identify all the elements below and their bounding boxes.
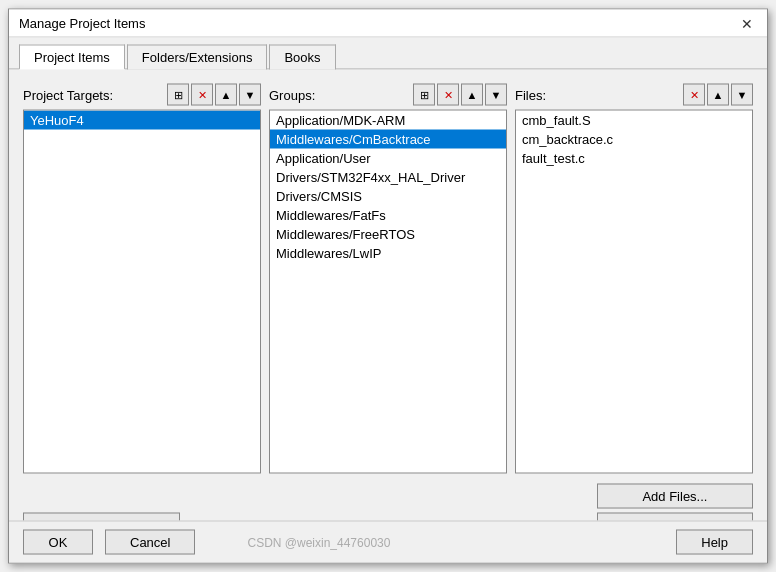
ok-button[interactable]: OK <box>23 530 93 555</box>
project-targets-header: Project Targets: ⊞ ✕ ▲ ▼ <box>23 84 261 106</box>
project-targets-new-btn[interactable]: ⊞ <box>167 84 189 106</box>
list-item[interactable]: Middlewares/LwIP <box>270 244 506 263</box>
down-icon: ▼ <box>491 89 502 101</box>
groups-list[interactable]: Application/MDK-ARM Middlewares/CmBacktr… <box>269 110 507 474</box>
dialog-title: Manage Project Items <box>19 16 145 31</box>
list-item[interactable]: cmb_fault.S <box>516 111 752 130</box>
add-files-button[interactable]: Add Files... <box>597 484 753 509</box>
list-item[interactable]: Drivers/CMSIS <box>270 187 506 206</box>
new-icon: ⊞ <box>420 88 429 101</box>
list-item[interactable]: YeHuoF4 <box>24 111 260 130</box>
groups-delete-btn[interactable]: ✕ <box>437 84 459 106</box>
delete-icon: ✕ <box>198 88 207 101</box>
files-up-btn[interactable]: ▲ <box>707 84 729 106</box>
list-item[interactable]: cm_backtrace.c <box>516 130 752 149</box>
files-panel: Files: ✕ ▲ ▼ cmb_fault.S <box>515 84 753 474</box>
down-icon: ▼ <box>737 89 748 101</box>
close-button[interactable]: ✕ <box>737 16 757 30</box>
files-delete-btn[interactable]: ✕ <box>683 84 705 106</box>
delete-icon: ✕ <box>444 88 453 101</box>
groups-new-btn[interactable]: ⊞ <box>413 84 435 106</box>
dialog-body: Project Targets: ⊞ ✕ ▲ ▼ <box>9 70 767 533</box>
groups-toolbar: ⊞ ✕ ▲ ▼ <box>413 84 507 106</box>
project-targets-down-btn[interactable]: ▼ <box>239 84 261 106</box>
panels-container: Project Targets: ⊞ ✕ ▲ ▼ <box>23 84 753 474</box>
list-item[interactable]: Application/MDK-ARM <box>270 111 506 130</box>
groups-up-btn[interactable]: ▲ <box>461 84 483 106</box>
files-header: Files: ✕ ▲ ▼ <box>515 84 753 106</box>
list-item[interactable]: Middlewares/CmBacktrace <box>270 130 506 149</box>
watermark: CSDN @weixin_44760030 <box>247 535 390 549</box>
list-item[interactable]: Drivers/STM32F4xx_HAL_Driver <box>270 168 506 187</box>
project-targets-list[interactable]: YeHuoF4 <box>23 110 261 474</box>
tab-books[interactable]: Books <box>269 45 335 70</box>
files-label: Files: <box>515 87 546 102</box>
list-item[interactable]: Middlewares/FreeRTOS <box>270 225 506 244</box>
files-down-btn[interactable]: ▼ <box>731 84 753 106</box>
up-icon: ▲ <box>713 89 724 101</box>
up-icon: ▲ <box>467 89 478 101</box>
project-targets-panel: Project Targets: ⊞ ✕ ▲ ▼ <box>23 84 261 474</box>
list-item[interactable]: fault_test.c <box>516 149 752 168</box>
manage-project-dialog: Manage Project Items ✕ Project Items Fol… <box>8 9 768 564</box>
help-button[interactable]: Help <box>676 530 753 555</box>
project-targets-up-btn[interactable]: ▲ <box>215 84 237 106</box>
up-icon: ▲ <box>221 89 232 101</box>
project-targets-label: Project Targets: <box>23 87 113 102</box>
files-list[interactable]: cmb_fault.S cm_backtrace.c fault_test.c <box>515 110 753 474</box>
title-bar: Manage Project Items ✕ <box>9 10 767 38</box>
project-targets-delete-btn[interactable]: ✕ <box>191 84 213 106</box>
groups-label: Groups: <box>269 87 315 102</box>
down-icon: ▼ <box>245 89 256 101</box>
groups-header: Groups: ⊞ ✕ ▲ ▼ <box>269 84 507 106</box>
files-toolbar: ✕ ▲ ▼ <box>683 84 753 106</box>
dialog-footer: OK Cancel CSDN @weixin_44760030 Help <box>9 521 767 563</box>
tab-project-items[interactable]: Project Items <box>19 45 125 70</box>
tabs-container: Project Items Folders/Extensions Books <box>9 38 767 70</box>
delete-icon: ✕ <box>690 88 699 101</box>
new-icon: ⊞ <box>174 88 183 101</box>
cancel-button[interactable]: Cancel <box>105 530 195 555</box>
project-targets-toolbar: ⊞ ✕ ▲ ▼ <box>167 84 261 106</box>
tab-folders-extensions[interactable]: Folders/Extensions <box>127 45 268 70</box>
list-item[interactable]: Middlewares/FatFs <box>270 206 506 225</box>
list-item[interactable]: Application/User <box>270 149 506 168</box>
groups-panel: Groups: ⊞ ✕ ▲ ▼ <box>269 84 507 474</box>
groups-down-btn[interactable]: ▼ <box>485 84 507 106</box>
